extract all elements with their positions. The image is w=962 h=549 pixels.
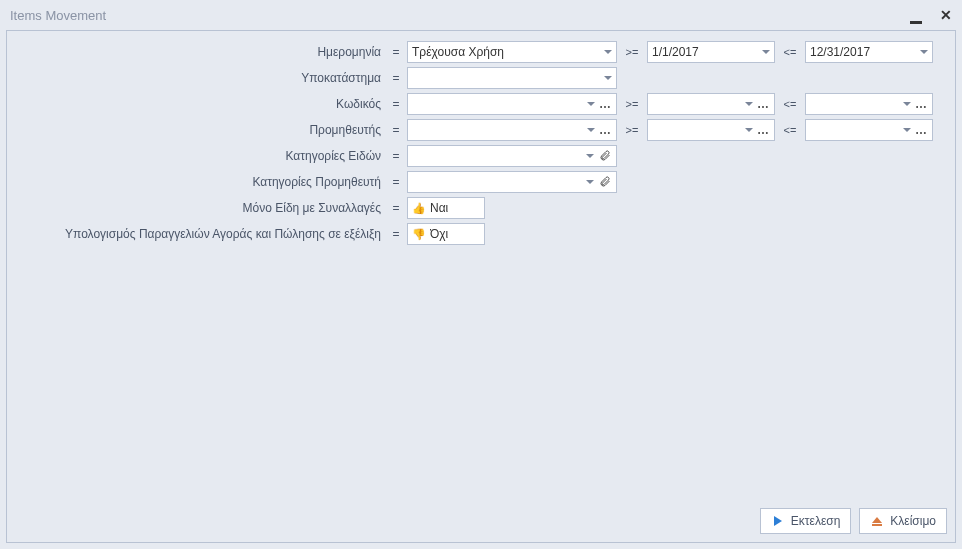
code-from-input[interactable]: … — [647, 93, 775, 115]
row-item-categories: Κατηγορίες Ειδών = — [15, 143, 947, 169]
chevron-down-icon — [745, 128, 753, 132]
row-code: Κωδικός = … >= … <= … — [15, 91, 947, 117]
op-gte: >= — [621, 124, 643, 136]
close-button[interactable]: Κλείσιμο — [859, 508, 947, 534]
date-to-input[interactable]: 12/31/2017 — [805, 41, 933, 63]
chevron-down-icon — [586, 180, 594, 184]
run-button[interactable]: Εκτελεση — [760, 508, 852, 534]
op-gte: >= — [621, 98, 643, 110]
minimize-icon — [910, 21, 922, 24]
play-icon — [771, 514, 785, 528]
date-select[interactable]: Τρέχουσα Χρήση — [407, 41, 617, 63]
close-window-button[interactable]: ✕ — [940, 8, 952, 23]
row-branch: Υποκατάστημα = — [15, 65, 947, 91]
calc-orders-value: Όχι — [430, 227, 480, 241]
op-eq: = — [389, 97, 403, 111]
op-lte: <= — [779, 124, 801, 136]
label-item-categories: Κατηγορίες Ειδών — [15, 149, 385, 163]
label-code: Κωδικός — [15, 97, 385, 111]
branch-select[interactable] — [407, 67, 617, 89]
op-lte: <= — [779, 46, 801, 58]
label-branch: Υποκατάστημα — [15, 71, 385, 85]
op-eq: = — [389, 123, 403, 137]
op-eq: = — [389, 201, 403, 215]
label-date: Ημερομηνία — [15, 45, 385, 59]
date-to-value: 12/31/2017 — [810, 45, 916, 59]
date-from-input[interactable]: 1/1/2017 — [647, 41, 775, 63]
code-to-input[interactable]: … — [805, 93, 933, 115]
label-calc-orders: Υπολογισμός Παραγγελιών Αγοράς και Πώλησ… — [15, 227, 385, 241]
close-icon: ✕ — [940, 8, 952, 22]
calc-orders-toggle[interactable]: 👎 Όχι — [407, 223, 485, 245]
row-calc-orders: Υπολογισμός Παραγγελιών Αγοράς και Πώλησ… — [15, 221, 947, 247]
chevron-down-icon — [745, 102, 753, 106]
window-title: Items Movement — [10, 8, 910, 23]
form-area: Ημερομηνία = Τρέχουσα Χρήση >= 1/1/2017 … — [15, 39, 947, 502]
chevron-down-icon — [587, 128, 595, 132]
chevron-down-icon — [586, 154, 594, 158]
titlebar: Items Movement ✕ — [0, 0, 962, 30]
row-date: Ημερομηνία = Τρέχουσα Χρήση >= 1/1/2017 … — [15, 39, 947, 65]
code-input[interactable]: … — [407, 93, 617, 115]
chevron-down-icon — [762, 50, 770, 54]
chevron-down-icon — [604, 50, 612, 54]
content-frame: Ημερομηνία = Τρέχουσα Χρήση >= 1/1/2017 … — [6, 30, 956, 543]
op-eq: = — [389, 71, 403, 85]
minimize-button[interactable] — [910, 8, 922, 23]
attach-icon[interactable] — [598, 175, 612, 189]
date-from-value: 1/1/2017 — [652, 45, 758, 59]
window-root: Items Movement ✕ Ημερομηνία = Τρέχουσα Χ… — [0, 0, 962, 549]
op-eq: = — [389, 149, 403, 163]
ellipsis-icon[interactable]: … — [757, 97, 770, 111]
only-tx-toggle[interactable]: 👍 Ναι — [407, 197, 485, 219]
chevron-down-icon — [903, 102, 911, 106]
thumbs-down-icon: 👎 — [412, 228, 426, 241]
row-supplier: Προμηθευτής = … >= … <= … — [15, 117, 947, 143]
row-only-tx: Μόνο Είδη με Συναλλαγές = 👍 Ναι — [15, 195, 947, 221]
ellipsis-icon[interactable]: … — [915, 123, 928, 137]
op-eq: = — [389, 227, 403, 241]
label-only-tx: Μόνο Είδη με Συναλλαγές — [15, 201, 385, 215]
titlebar-controls: ✕ — [910, 8, 952, 23]
eject-icon — [870, 514, 884, 528]
footer: Εκτελεση Κλείσιμο — [15, 502, 947, 534]
op-gte: >= — [621, 46, 643, 58]
chevron-down-icon — [587, 102, 595, 106]
ellipsis-icon[interactable]: … — [599, 123, 612, 137]
supplier-categories-select[interactable] — [407, 171, 617, 193]
thumbs-up-icon: 👍 — [412, 202, 426, 215]
close-button-label: Κλείσιμο — [890, 514, 936, 528]
attach-icon[interactable] — [598, 149, 612, 163]
ellipsis-icon[interactable]: … — [757, 123, 770, 137]
only-tx-value: Ναι — [430, 201, 480, 215]
op-eq: = — [389, 45, 403, 59]
op-lte: <= — [779, 98, 801, 110]
item-categories-select[interactable] — [407, 145, 617, 167]
date-select-value: Τρέχουσα Χρήση — [412, 45, 600, 59]
ellipsis-icon[interactable]: … — [915, 97, 928, 111]
label-supplier: Προμηθευτής — [15, 123, 385, 137]
label-supplier-categories: Κατηγορίες Προμηθευτή — [15, 175, 385, 189]
supplier-to-input[interactable]: … — [805, 119, 933, 141]
chevron-down-icon — [903, 128, 911, 132]
chevron-down-icon — [920, 50, 928, 54]
op-eq: = — [389, 175, 403, 189]
run-button-label: Εκτελεση — [791, 514, 841, 528]
supplier-input[interactable]: … — [407, 119, 617, 141]
supplier-from-input[interactable]: … — [647, 119, 775, 141]
ellipsis-icon[interactable]: … — [599, 97, 612, 111]
chevron-down-icon — [604, 76, 612, 80]
row-supplier-categories: Κατηγορίες Προμηθευτή = — [15, 169, 947, 195]
